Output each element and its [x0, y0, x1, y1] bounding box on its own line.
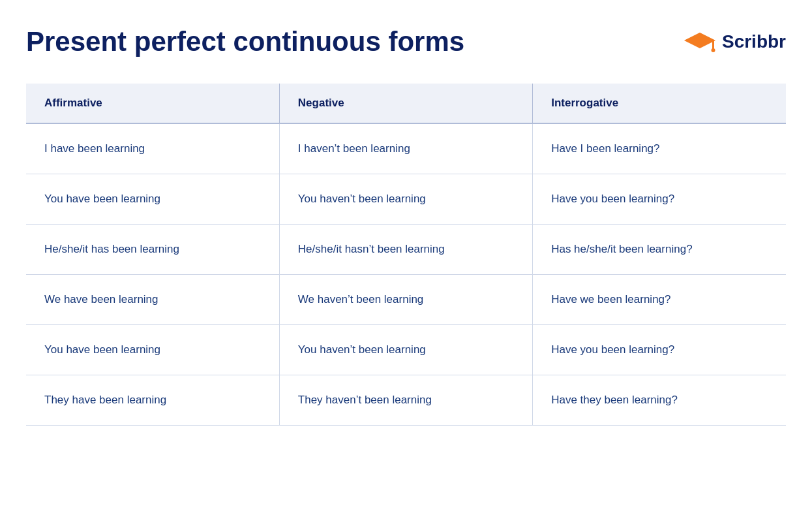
cell-affirmative-5: They have been learning [26, 375, 279, 426]
cell-negative-2: He/she/it hasn’t been learning [279, 225, 532, 275]
table-header: Affirmative Negative Interrogative [26, 84, 786, 123]
cell-interrogative-5: Have they been learning? [533, 375, 786, 426]
svg-point-3 [711, 48, 715, 52]
cell-interrogative-0: Have I been learning? [533, 123, 786, 174]
cell-negative-4: You haven’t been learning [279, 325, 532, 375]
table-row: You have been learningYou haven’t been l… [26, 325, 786, 375]
svg-rect-2 [712, 40, 714, 50]
header-affirmative: Affirmative [26, 84, 279, 123]
header-interrogative: Interrogative [533, 84, 786, 123]
logo-text: Scribbr [722, 31, 786, 52]
table-row: I have been learningI haven’t been learn… [26, 123, 786, 174]
cell-affirmative-1: You have been learning [26, 174, 279, 225]
cell-interrogative-4: Have you been learning? [533, 325, 786, 375]
cell-negative-0: I haven’t been learning [279, 123, 532, 174]
cell-negative-1: You haven’t been learning [279, 174, 532, 225]
table-row: You have been learningYou haven’t been l… [26, 174, 786, 225]
header-negative: Negative [279, 84, 532, 123]
cell-affirmative-2: He/she/it has been learning [26, 225, 279, 275]
cell-affirmative-4: You have been learning [26, 325, 279, 375]
scribbr-logo-icon [684, 26, 715, 57]
cell-interrogative-1: Have you been learning? [533, 174, 786, 225]
grammar-table: Affirmative Negative Interrogative I hav… [26, 84, 786, 426]
cell-negative-5: They haven’t been learning [279, 375, 532, 426]
page-header: Present perfect continuous forms Scribbr [26, 26, 786, 57]
table-body: I have been learningI haven’t been learn… [26, 123, 786, 426]
cell-interrogative-3: Have we been learning? [533, 275, 786, 325]
page-title: Present perfect continuous forms [26, 26, 464, 57]
cell-affirmative-0: I have been learning [26, 123, 279, 174]
cell-interrogative-2: Has he/she/it been learning? [533, 225, 786, 275]
cell-affirmative-3: We have been learning [26, 275, 279, 325]
table-row: He/she/it has been learningHe/she/it has… [26, 225, 786, 275]
table-row: They have been learningThey haven’t been… [26, 375, 786, 426]
cell-negative-3: We haven’t been learning [279, 275, 532, 325]
table-row: We have been learningWe haven’t been lea… [26, 275, 786, 325]
logo: Scribbr [684, 26, 786, 57]
